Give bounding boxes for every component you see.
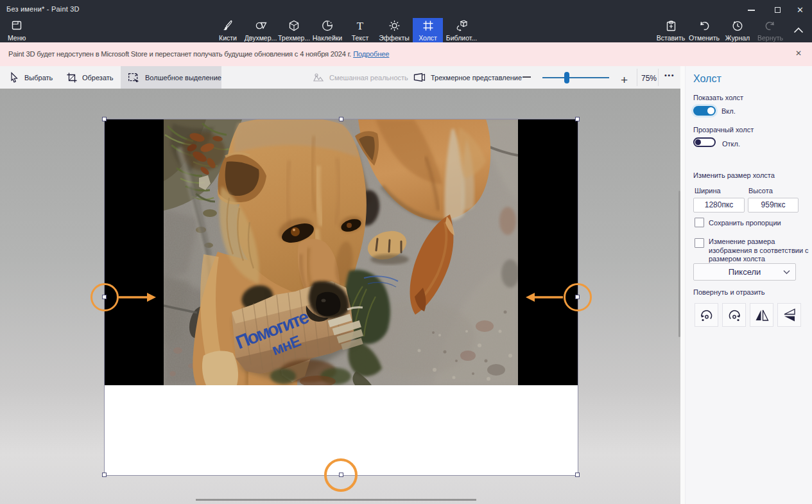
svg-text:T: T [357,20,364,31]
